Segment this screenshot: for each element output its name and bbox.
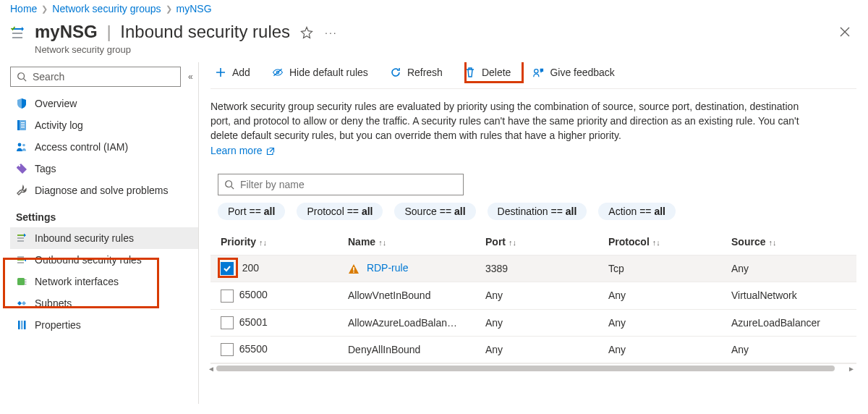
cell-port: Any [485, 309, 608, 336]
col-priority[interactable]: Priority↑↓ [210, 229, 348, 255]
delete-label: Delete [482, 67, 511, 78]
chevron-right-icon: ❯ [41, 4, 48, 14]
table-row[interactable]: 200 RDP-rule 3389 Tcp Any [210, 255, 856, 282]
sidebar-item-iam[interactable]: Access control (IAM) [10, 136, 198, 158]
table-row[interactable]: 65000 AllowVnetInBound Any Any VirtualNe… [210, 282, 856, 309]
outbound-icon [16, 254, 27, 266]
nav-label: Tags [35, 163, 56, 174]
sidebar-search[interactable] [10, 67, 181, 87]
cell-protocol: Tcp [608, 255, 731, 282]
col-port[interactable]: Port↑↓ [485, 229, 608, 255]
row-checkbox[interactable] [221, 316, 234, 329]
cell-protocol: Any [608, 309, 731, 336]
scroll-right-icon[interactable]: ► [846, 364, 856, 373]
collapse-sidebar-button[interactable]: « [188, 72, 193, 82]
inbound-icon [16, 232, 27, 244]
feedback-button[interactable]: Give feedback [528, 64, 619, 81]
add-button[interactable]: Add [210, 64, 255, 81]
breadcrumb-current[interactable]: myNSG [176, 3, 212, 14]
row-checkbox[interactable] [221, 290, 234, 303]
row-checkbox[interactable] [221, 262, 234, 275]
toolbar: Add Hide default rules Refresh Delete Gi… [210, 62, 856, 89]
sidebar: « Overview Activity log Access control (… [0, 62, 199, 404]
page-header: myNSG | Inbound security rules Network s… [0, 19, 868, 62]
sidebar-item-tags[interactable]: Tags [10, 158, 198, 179]
cell-port: 3389 [485, 255, 608, 282]
favorite-button[interactable] [300, 26, 313, 39]
tag-icon [16, 163, 27, 174]
cell-port: Any [485, 336, 608, 363]
svg-rect-5 [21, 127, 25, 127]
horizontal-scrollbar[interactable]: ◄ ► [210, 363, 856, 372]
col-name[interactable]: Name↑↓ [348, 229, 485, 255]
svg-point-7 [22, 143, 25, 146]
add-label: Add [232, 67, 250, 78]
pill-destination[interactable]: Destination == all [488, 203, 587, 220]
svg-rect-3 [21, 122, 25, 123]
sidebar-item-diagnose[interactable]: Diagnose and solve problems [10, 179, 198, 201]
filter-by-name[interactable] [218, 174, 464, 195]
properties-icon [16, 319, 27, 331]
more-button[interactable]: ··· [325, 27, 338, 38]
refresh-icon [390, 67, 401, 78]
svg-rect-15 [24, 321, 26, 329]
svg-rect-10 [25, 279, 27, 280]
svg-point-18 [226, 181, 232, 187]
pill-action[interactable]: Action == all [598, 203, 676, 220]
warning-icon [348, 263, 359, 275]
cell-priority: 200 [242, 262, 259, 274]
pill-source[interactable]: Source == all [394, 203, 475, 220]
page-section: Inbound security rules [120, 22, 290, 41]
shield-icon [16, 98, 27, 109]
svg-rect-9 [17, 278, 25, 285]
sidebar-item-nic[interactable]: Network interfaces [10, 271, 198, 292]
nav-label: Diagnose and solve problems [35, 185, 168, 196]
cell-source: Any [731, 336, 856, 363]
cell-priority: 65001 [239, 316, 268, 328]
nav-label: Activity log [35, 119, 83, 131]
pill-port[interactable]: Port == all [218, 203, 285, 220]
sidebar-item-activity-log[interactable]: Activity log [10, 114, 198, 136]
row-checkbox[interactable] [221, 343, 234, 356]
sidebar-item-inbound-rules[interactable]: Inbound security rules [10, 227, 198, 249]
filter-input[interactable] [239, 178, 457, 191]
refresh-button[interactable]: Refresh [386, 64, 447, 81]
sidebar-item-outbound-rules[interactable]: Outbound security rules [10, 249, 198, 271]
sidebar-item-properties[interactable]: Properties [10, 314, 198, 336]
table-row[interactable]: 65500 DenyAllInBound Any Any Any [210, 336, 856, 363]
sidebar-item-overview[interactable]: Overview [10, 93, 198, 114]
cell-name: AllowAzureLoadBalan… [348, 309, 485, 336]
search-icon [224, 179, 234, 190]
sidebar-search-input[interactable] [31, 70, 174, 83]
cell-name[interactable]: RDP-rule [367, 262, 409, 274]
col-protocol[interactable]: Protocol↑↓ [608, 229, 731, 255]
cell-name: DenyAllInBound [348, 336, 485, 363]
delete-button[interactable]: Delete [460, 64, 515, 81]
breadcrumb-nsg-list[interactable]: Network security groups [52, 3, 161, 14]
breadcrumb-home[interactable]: Home [10, 3, 37, 14]
sidebar-item-subnets[interactable]: Subnets [10, 292, 198, 314]
resource-name: myNSG [35, 22, 98, 41]
col-source[interactable]: Source↑↓ [731, 229, 856, 255]
subnet-icon [16, 297, 27, 309]
people-icon [16, 141, 27, 153]
learn-more-link[interactable]: Learn more [210, 145, 275, 156]
trash-icon [464, 67, 476, 78]
nav-label: Overview [35, 98, 77, 109]
table-row[interactable]: 65001 AllowAzureLoadBalan… Any Any Azure… [210, 309, 856, 336]
feedback-icon [532, 67, 544, 78]
hide-default-button[interactable]: Hide default rules [268, 64, 373, 81]
nav-label: Outbound security rules [35, 254, 142, 266]
page-title: myNSG | Inbound security rules [35, 22, 290, 43]
pill-protocol[interactable]: Protocol == all [297, 203, 383, 220]
breadcrumb: Home ❯ Network security groups ❯ myNSG [0, 0, 868, 19]
svg-point-0 [18, 73, 25, 80]
scroll-left-icon[interactable]: ◄ [206, 364, 216, 373]
close-button[interactable] [832, 22, 858, 42]
svg-rect-4 [21, 124, 25, 125]
cell-source: VirtualNetwork [731, 282, 856, 309]
filter-pills: Port == all Protocol == all Source == al… [210, 203, 856, 229]
main-content: Add Hide default rules Refresh Delete Gi… [199, 62, 868, 404]
resource-type-icon [10, 25, 30, 42]
scrollbar-thumb[interactable] [216, 366, 835, 371]
